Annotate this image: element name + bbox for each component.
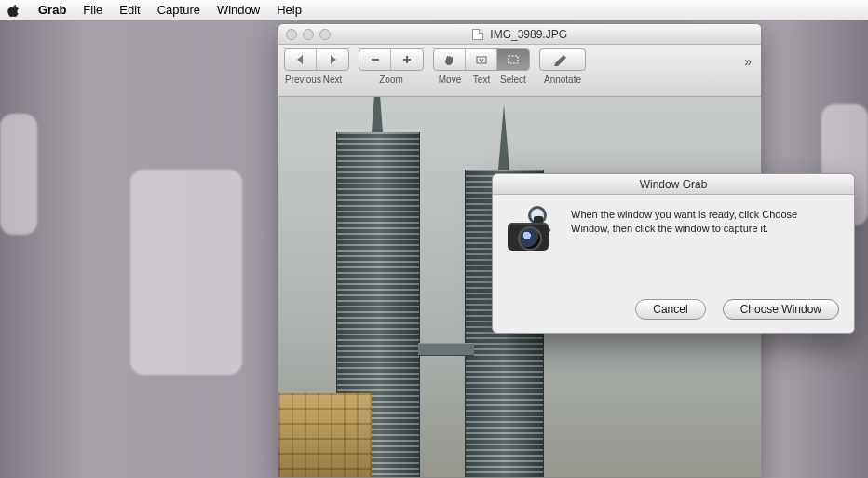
zoom-in-button[interactable]	[391, 49, 423, 70]
svg-rect-0	[372, 59, 379, 61]
menubar-item-window[interactable]: Window	[209, 3, 268, 17]
preview-title-text: IMG_3989.JPG	[490, 28, 567, 41]
next-label: Next	[317, 75, 348, 85]
zoom-label: Zoom	[359, 75, 423, 85]
next-button[interactable]	[317, 49, 348, 70]
image-bridge	[418, 343, 474, 356]
desktop-blur	[130, 170, 242, 375]
cancel-button-label: Cancel	[653, 303, 687, 316]
zoom-group: Zoom	[359, 48, 424, 85]
menubar: Grab File Edit Capture Window Help	[0, 0, 868, 20]
mode-group: Move Text Select	[433, 48, 530, 85]
image-building	[278, 393, 372, 477]
zoom-out-button[interactable]	[359, 49, 391, 70]
window-grab-dialog: Window Grab When the window you want is …	[492, 173, 855, 334]
annotate-group: Annotate	[539, 48, 586, 85]
minimize-button[interactable]	[303, 29, 314, 40]
preview-title: IMG_3989.JPG	[278, 28, 761, 41]
previous-label: Previous	[285, 75, 317, 85]
preview-titlebar[interactable]: IMG_3989.JPG	[278, 24, 761, 45]
choose-window-button-label: Choose Window	[740, 303, 821, 316]
choose-window-button[interactable]: Choose Window	[723, 299, 839, 320]
nav-group: Previous Next	[284, 48, 349, 85]
text-label: Text	[466, 75, 497, 85]
proxy-file-icon[interactable]	[472, 29, 483, 40]
preview-toolbar: Previous Next Zoom	[278, 45, 761, 97]
image-spire	[498, 104, 509, 170]
dialog-message: When the window you want is ready, click…	[571, 208, 837, 260]
previous-button[interactable]	[285, 49, 317, 70]
zoom-button[interactable]	[319, 29, 331, 40]
menubar-item-file[interactable]: File	[75, 3, 111, 17]
cancel-button[interactable]: Cancel	[635, 299, 705, 320]
menubar-item-edit[interactable]: Edit	[111, 3, 148, 17]
close-button[interactable]	[286, 29, 297, 40]
toolbar-overflow-icon[interactable]: »	[744, 54, 755, 69]
svg-rect-2	[406, 56, 408, 63]
menubar-item-capture[interactable]: Capture	[149, 3, 209, 17]
text-tool-button[interactable]	[466, 49, 497, 70]
grab-capture-icon	[506, 208, 558, 260]
desktop-blur	[0, 114, 37, 235]
select-label: Select	[497, 75, 529, 85]
menubar-item-help[interactable]: Help	[268, 3, 310, 17]
select-tool-button[interactable]	[497, 49, 529, 70]
annotate-label: Annotate	[540, 75, 585, 85]
image-spire	[372, 97, 383, 132]
move-tool-button[interactable]	[434, 49, 466, 70]
annotate-button[interactable]	[540, 49, 585, 70]
apple-menu-icon[interactable]	[7, 4, 20, 17]
svg-rect-4	[509, 56, 518, 63]
menubar-app[interactable]: Grab	[30, 3, 75, 17]
dialog-title: Window Grab	[493, 178, 854, 191]
dialog-titlebar[interactable]: Window Grab	[493, 174, 854, 195]
move-label: Move	[434, 75, 466, 85]
